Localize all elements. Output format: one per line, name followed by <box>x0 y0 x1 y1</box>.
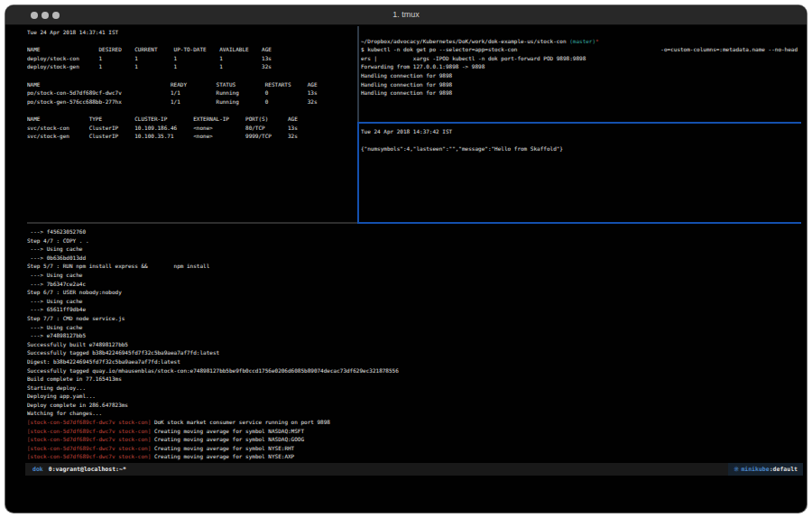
terminal-line: NAME TYPE CLUSTER-IP EXTERNAL-IP PORT(S)… <box>27 115 357 124</box>
terminal-line: NAME READY STATUS RESTARTS AGE <box>27 80 357 89</box>
terminal-line: $ kubectl -n dok get po --selector=app=s… <box>361 45 799 54</box>
kubernetes-helm-icon: ⎈ <box>734 463 739 476</box>
terminal-window: 1. tmux Tue 24 Apr 2018 14:37:41 ISTNAME… <box>5 5 807 513</box>
terminal-line: ---> Using cache <box>27 297 801 306</box>
terminal-line: Step 5/7 : RUN npm install express && np… <box>27 262 801 271</box>
terminal-line: ---> f45623052760 <box>27 227 801 236</box>
terminal-line: Handling connection for 9898 <box>361 71 799 80</box>
terminal-line: ---> e74898127bb5 <box>27 331 801 340</box>
terminal-line: Starting deploy... <box>27 384 801 393</box>
terminal-line: ---> 0b636bd013dd <box>27 254 801 263</box>
terminal-line: [stock-con-5d7df689cf-dwc7v stock-con] C… <box>27 427 801 436</box>
terminal-line: po/stock-gen-576cc688bb-277hx 1/1 Runnin… <box>27 97 357 106</box>
terminal-line: Tue 24 Apr 2018 14:37:42 IST <box>361 127 799 136</box>
terminal-line: ---> Using cache <box>27 271 801 280</box>
kube-context-label: minikube <box>741 463 769 476</box>
tmux-session: Tue 24 Apr 2018 14:37:41 ISTNAME DESIRED… <box>5 25 807 513</box>
terminal-line: Deploying app.yaml... <box>27 392 801 401</box>
terminal-line: Forwarding from 127.0.0.1:9898 -> 9898 <box>361 62 799 71</box>
terminal-line: Step 7/7 : CMD node service.js <box>27 314 801 323</box>
terminal-line: Digest: b38b42246945fd7f32c5ba9aea7af7fd… <box>27 357 801 366</box>
terminal-line <box>27 37 357 46</box>
terminal-line <box>361 28 799 37</box>
terminal-line <box>27 71 357 80</box>
terminal-line: ---> 65611ff9db4e <box>27 305 801 314</box>
pane-border-horizontal-inactive <box>27 222 357 224</box>
pane-curl-response-active[interactable]: Tue 24 Apr 2018 14:37:42 IST{"numsymbols… <box>361 127 799 217</box>
pane-border-vertical-active <box>357 122 359 223</box>
terminal-line: Step 6/7 : USER nobody:nobody <box>27 288 801 297</box>
terminal-line: Successfully tagged quay.io/mhausenblas/… <box>27 366 801 375</box>
terminal-line: Handling connection for 9898 <box>361 80 799 89</box>
terminal-line: [stock-con-5d7df689cf-dwc7v stock-con] C… <box>27 452 801 461</box>
terminal-line: ---> 7b6347ce2a4c <box>27 280 801 289</box>
terminal-line: ~/Dropbox/advocacy/Kubernetes/DoK/work/d… <box>361 37 799 46</box>
terminal-line: Watching for changes... <box>27 409 801 418</box>
terminal-line: [stock-con-5d7df689cf-dwc7v stock-con] C… <box>27 444 801 453</box>
terminal-line: Handling connection for 9898 <box>361 88 799 97</box>
status-right-segment: ⎈ minikube :default <box>728 463 803 476</box>
terminal-line: ers | xargs -IPOD kubectl -n dok port-fo… <box>361 54 799 63</box>
status-window-item[interactable]: 0:vagrant@localhost:~* <box>49 466 126 473</box>
window-title: 1. tmux <box>5 10 807 19</box>
terminal-line: Tue 24 Apr 2018 14:37:41 IST <box>27 28 357 37</box>
session-name: dok <box>32 466 43 473</box>
terminal-line: {"numsymbols":4,"lastseen":"","message":… <box>361 144 799 153</box>
terminal-line: [stock-con-5d7df689cf-dwc7v stock-con] D… <box>27 418 801 427</box>
terminal-line <box>361 136 799 145</box>
kube-namespace-label: :default <box>770 463 798 476</box>
terminal-line: po/stock-con-5d7df689cf-dwc7v 1/1 Runnin… <box>27 88 357 97</box>
terminal-line: svc/stock-con ClusterIP 10.109.186.46 <n… <box>27 124 357 133</box>
terminal-line: Step 4/7 : COPY . . <box>27 236 801 245</box>
window-titlebar: 1. tmux <box>5 5 807 25</box>
tmux-status-bar: dok0:vagrant@localhost:~* ⎈ minikube :de… <box>25 463 803 476</box>
terminal-line: Successfully built e74898127bb5 <box>27 340 801 349</box>
terminal-line: svc/stock-gen ClusterIP 10.100.35.71 <no… <box>27 132 357 141</box>
pane-kubectl-resources[interactable]: Tue 24 Apr 2018 14:37:41 ISTNAME DESIRED… <box>27 28 357 221</box>
pane-border-vertical-inactive <box>357 26 359 122</box>
terminal-line: ---> Using cache <box>27 245 801 254</box>
pane-border-horizontal-active-top <box>357 122 801 124</box>
terminal-line: Successfully tagged b38b42246945fd7f32c5… <box>27 348 801 357</box>
terminal-line: Deploy complete in 286.647823ms <box>27 401 801 410</box>
terminal-line: [stock-con-5d7df689cf-dwc7v stock-con] C… <box>27 435 801 444</box>
pane-border-horizontal-active-bottom <box>357 222 801 224</box>
pane-port-forward[interactable]: ~/Dropbox/advocacy/Kubernetes/DoK/work/d… <box>361 28 799 121</box>
terminal-line: Build complete in 77.165413ms <box>27 375 801 384</box>
terminal-line: deploy/stock-con 1 1 1 1 13s <box>27 54 357 63</box>
terminal-line: ---> Using cache <box>27 323 801 332</box>
terminal-line: deploy/stock-gen 1 1 1 1 32s <box>27 62 357 71</box>
pane-skaffold-dev-log[interactable]: ---> f45623052760Step 4/7 : COPY . . ---… <box>27 227 801 462</box>
terminal-line: NAME DESIRED CURRENT UP-TO-DATE AVAILABL… <box>27 45 357 54</box>
terminal-line <box>27 106 357 115</box>
